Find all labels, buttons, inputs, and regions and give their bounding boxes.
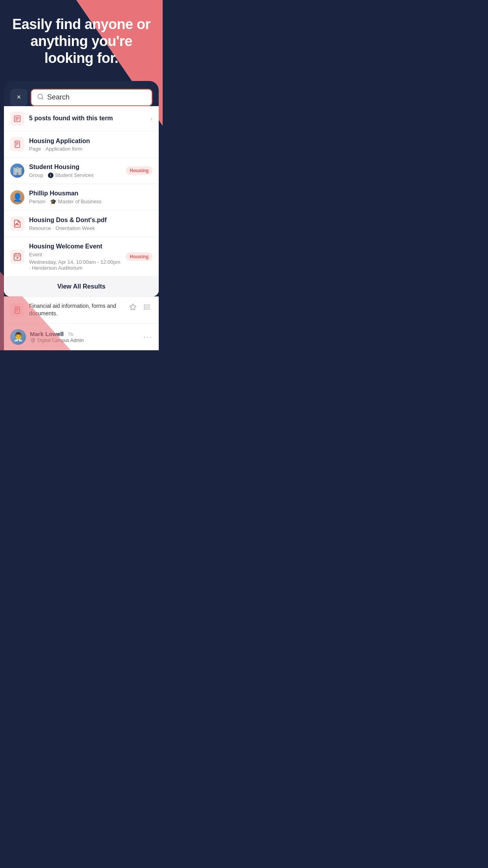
housing-dos-type: Resource <box>29 225 51 231</box>
housing-app-content: Housing Application Page · Application f… <box>29 137 152 152</box>
posts-found-text: 5 posts found with this term <box>29 114 113 123</box>
mark-avatar-img <box>10 329 26 345</box>
housing-dos-content: Housing Dos & Dont's.pdf Resource · Orie… <box>29 216 152 231</box>
housing-app-icon <box>10 137 24 151</box>
search-card: × Search 5 posts found <box>4 81 159 296</box>
info-icon: i <box>48 173 53 178</box>
close-button[interactable]: × <box>10 89 28 106</box>
result-housing-dos[interactable]: Housing Dos & Dont's.pdf Resource · Orie… <box>4 211 159 237</box>
phillip-subtitle: Person · 🎓 Master of Business <box>29 199 152 205</box>
housing-dos-title: Housing Dos & Dont's.pdf <box>29 216 152 224</box>
student-housing-subtitle: Group · i Student Services <box>29 172 121 178</box>
posts-found-row[interactable]: 5 posts found with this term › <box>4 106 159 132</box>
housing-event-type: Event <box>29 252 42 257</box>
student-housing-badge: Housing <box>126 166 152 175</box>
student-housing-avatar <box>10 164 24 178</box>
housing-event-title: Housing Welcome Event <box>29 243 121 251</box>
mark-avatar <box>10 329 26 345</box>
search-icon <box>37 93 44 102</box>
hero-title: Easily find anyone or anything you're lo… <box>9 16 153 67</box>
search-input-wrapper: Search <box>31 89 152 106</box>
view-all-button[interactable]: View All Results <box>4 277 159 296</box>
more-button[interactable]: ··· <box>143 332 152 341</box>
housing-event-content: Housing Welcome Event Event · Wednesday,… <box>29 243 121 271</box>
results-dropdown: 5 posts found with this term › Housing A… <box>4 106 159 296</box>
housing-app-title: Housing Application <box>29 137 152 145</box>
student-housing-title: Student Housing <box>29 163 121 171</box>
student-housing-content: Student Housing Group · i Student Servic… <box>29 163 121 178</box>
hero-section: Easily find anyone or anything you're lo… <box>0 0 163 75</box>
housing-app-detail: Application form <box>46 146 82 152</box>
event-icon <box>10 250 24 264</box>
chevron-right-icon: › <box>150 116 152 122</box>
phillip-detail: Master of Business <box>58 199 102 204</box>
result-housing-event[interactable]: Housing Welcome Event Event · Wednesday,… <box>4 237 159 277</box>
search-input[interactable]: Search <box>47 93 146 101</box>
phillip-content: Phillip Housman Person · 🎓 Master of Bus… <box>29 189 152 205</box>
student-housing-detail: Student Services <box>55 172 94 178</box>
student-housing-type: Group <box>29 172 43 178</box>
pdf-icon <box>10 217 24 231</box>
checklist-button[interactable] <box>141 302 152 314</box>
result-housing-application[interactable]: Housing Application Page · Application f… <box>4 132 159 158</box>
result-phillip-housman[interactable]: Phillip Housman Person · 🎓 Master of Bus… <box>4 184 159 211</box>
svg-marker-18 <box>130 303 136 310</box>
housing-app-type: Page <box>29 146 41 152</box>
housing-event-badge: Housing <box>126 252 152 261</box>
result-student-housing[interactable]: Student Housing Group · i Student Servic… <box>4 158 159 184</box>
housing-event-detail: Wednesday, Apr 14, 10:00am - 12:00pm · H… <box>29 259 121 271</box>
housing-dos-detail: Orientation Week <box>55 225 95 231</box>
close-icon: × <box>17 93 21 101</box>
feed-card-actions <box>127 302 152 314</box>
posts-found-icon <box>10 112 24 126</box>
mortar-icon: 🎓 <box>50 199 57 205</box>
phillip-title: Phillip Housman <box>29 189 152 198</box>
housing-app-subtitle: Page · Application form <box>29 146 152 152</box>
bookmark-button[interactable] <box>127 302 138 314</box>
phillip-type: Person <box>29 199 45 204</box>
search-bar-row: × Search <box>10 89 152 106</box>
housing-event-subtitle: Event · Wednesday, Apr 14, 10:00am - 12:… <box>29 252 121 271</box>
housing-dos-subtitle: Resource · Orientation Week <box>29 225 152 231</box>
svg-line-1 <box>42 98 43 99</box>
phillip-avatar <box>10 190 24 204</box>
